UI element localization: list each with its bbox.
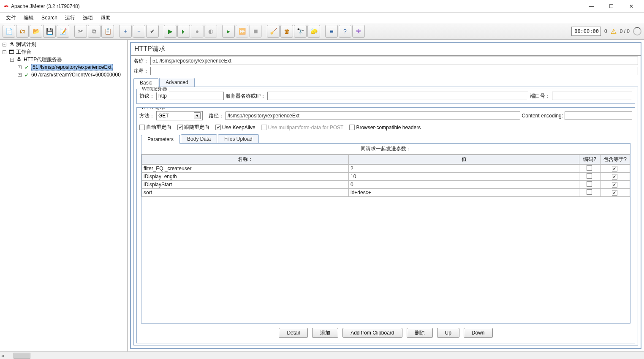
add-button[interactable]: 添加 bbox=[312, 328, 338, 338]
detail-button[interactable]: Detail bbox=[279, 328, 308, 338]
cell-name[interactable]: iDisplayLength bbox=[142, 173, 349, 181]
web-server-legend: Web服务器 bbox=[140, 87, 169, 92]
table-row[interactable]: iDisplayLength10✔ bbox=[142, 173, 630, 181]
col-name[interactable]: 名称： bbox=[142, 155, 349, 164]
name-input[interactable] bbox=[150, 57, 638, 65]
remote-start-icon[interactable]: ▸ bbox=[222, 25, 235, 38]
expand-icon[interactable]: ＋ bbox=[119, 25, 132, 38]
clear-all-icon[interactable]: 🗑 bbox=[280, 25, 293, 38]
tab-basic[interactable]: Basic bbox=[133, 78, 158, 87]
copy-icon[interactable]: ⧉ bbox=[88, 25, 101, 38]
warning-icon[interactable]: ⚠ bbox=[611, 27, 617, 35]
down-button[interactable]: Down bbox=[464, 328, 493, 338]
menu-file[interactable]: 文件 bbox=[3, 13, 19, 23]
cell-value[interactable]: 2 bbox=[349, 165, 579, 173]
path-label: 路径： bbox=[209, 112, 224, 120]
tree-toggle-icon[interactable]: – bbox=[3, 43, 6, 46]
toggle-icon[interactable]: ✔ bbox=[146, 25, 159, 38]
col-encode[interactable]: 编码? bbox=[579, 155, 601, 164]
paste-icon[interactable]: 📋 bbox=[101, 25, 114, 38]
chk-follow-redirect[interactable]: ✔跟随重定向 bbox=[177, 124, 209, 131]
start-icon[interactable]: ▶ bbox=[164, 25, 177, 38]
tab-files-upload[interactable]: Files Upload bbox=[218, 134, 259, 143]
menu-run[interactable]: 运行 bbox=[62, 13, 79, 23]
tree-sampler-51[interactable]: + ➹ 51 /lsmsp/repository/experienceExt bbox=[0, 63, 127, 71]
function-helper-icon[interactable]: ≡ bbox=[325, 25, 338, 38]
path-input[interactable] bbox=[226, 112, 520, 120]
shutdown-icon[interactable]: ◐ bbox=[204, 25, 217, 38]
close-button[interactable]: ✕ bbox=[622, 0, 641, 12]
cell-encode[interactable] bbox=[579, 173, 601, 181]
tree-workbench[interactable]: – 🗔 工作台 bbox=[0, 48, 127, 56]
tree-toggle-icon[interactable]: + bbox=[18, 73, 22, 77]
table-row[interactable]: sortid+desc+✔ bbox=[142, 189, 630, 197]
cell-encode[interactable] bbox=[579, 181, 601, 189]
cell-include[interactable]: ✔ bbox=[601, 181, 630, 189]
cell-value[interactable]: id+desc+ bbox=[349, 189, 579, 197]
remote-start-all-icon[interactable]: ⏩ bbox=[236, 25, 248, 38]
search-icon[interactable]: 🔭 bbox=[294, 25, 307, 38]
chk-browser-compat[interactable]: Browser-compatible headers bbox=[349, 125, 421, 131]
tab-parameters[interactable]: Parameters bbox=[141, 135, 180, 144]
reset-search-icon[interactable]: 🧽 bbox=[307, 25, 320, 38]
scroll-left-icon[interactable]: ◂ bbox=[0, 353, 5, 359]
menu-options[interactable]: 选项 bbox=[79, 13, 96, 23]
tree-proxy[interactable]: – 🖧 HTTP代理服务器 bbox=[0, 56, 127, 63]
scroll-thumb[interactable] bbox=[14, 353, 30, 359]
about-icon[interactable]: ❀ bbox=[352, 25, 365, 38]
cut-icon[interactable]: ✂ bbox=[74, 25, 87, 38]
col-include[interactable]: 包含等于? bbox=[601, 155, 630, 164]
help-icon[interactable]: ? bbox=[339, 25, 351, 38]
save-as-icon[interactable]: 📝 bbox=[57, 25, 69, 38]
tab-advanced[interactable]: Advanced bbox=[159, 78, 194, 87]
collapse-icon[interactable]: － bbox=[133, 25, 145, 38]
tree-toggle-icon[interactable]: + bbox=[18, 65, 22, 69]
port-input[interactable] bbox=[552, 92, 632, 100]
server-input[interactable] bbox=[267, 92, 528, 100]
minimize-button[interactable]: — bbox=[582, 0, 601, 12]
cell-encode[interactable] bbox=[579, 165, 601, 173]
tree-test-plan[interactable]: – ⚗ 测试计划 bbox=[0, 41, 127, 48]
encoding-input[interactable] bbox=[565, 112, 632, 120]
stop-icon[interactable]: ● bbox=[191, 25, 204, 38]
cell-include[interactable]: ✔ bbox=[601, 165, 630, 173]
delete-button[interactable]: 删除 bbox=[407, 328, 433, 338]
up-button[interactable]: Up bbox=[437, 328, 459, 338]
test-plan-tree[interactable]: – ⚗ 测试计划 – 🗔 工作台 – 🖧 HTTP代理服务器 + ➹ 51 /l… bbox=[0, 40, 128, 351]
chk-keepalive[interactable]: ✔Use KeepAlive bbox=[215, 125, 255, 131]
tree-toggle-icon[interactable]: – bbox=[10, 58, 14, 62]
save-icon[interactable]: 💾 bbox=[43, 25, 56, 38]
tree-label: 工作台 bbox=[16, 49, 31, 56]
remote-stop-icon[interactable]: ⏹ bbox=[249, 25, 262, 38]
method-select[interactable]: GET ▼ bbox=[156, 111, 203, 120]
comment-input[interactable] bbox=[150, 67, 638, 75]
new-icon[interactable]: 📄 bbox=[3, 25, 15, 38]
start-no-timers-icon[interactable]: ⏵ bbox=[177, 25, 190, 38]
cell-encode[interactable] bbox=[579, 189, 601, 197]
menu-search[interactable]: Search bbox=[38, 14, 61, 22]
tree-scrollbar[interactable]: ◂ bbox=[0, 351, 644, 359]
chk-auto-redirect[interactable]: 自动重定向 bbox=[139, 124, 171, 131]
cell-name[interactable]: iDisplayStart bbox=[142, 181, 349, 189]
protocol-input[interactable] bbox=[156, 92, 224, 100]
menu-edit[interactable]: 编辑 bbox=[20, 13, 37, 23]
cell-value[interactable]: 10 bbox=[349, 173, 579, 181]
table-row[interactable]: iDisplayStart0✔ bbox=[142, 181, 630, 189]
templates-icon[interactable]: 🗂 bbox=[16, 25, 29, 38]
clear-icon[interactable]: 🧹 bbox=[267, 25, 280, 38]
tab-body-data[interactable]: Body Data bbox=[181, 134, 217, 143]
cell-include[interactable]: ✔ bbox=[601, 189, 630, 197]
maximize-button[interactable]: ☐ bbox=[602, 0, 621, 12]
tree-sampler-60[interactable]: + ➹ 60 /crash/stream?ClientVer=600000000 bbox=[0, 71, 127, 79]
cell-name[interactable]: sort bbox=[142, 189, 349, 197]
add-clipboard-button[interactable]: Add from Clipboard bbox=[342, 328, 402, 338]
col-value[interactable]: 值 bbox=[349, 155, 579, 164]
menu-help[interactable]: 帮助 bbox=[97, 13, 114, 23]
cell-value[interactable]: 0 bbox=[349, 181, 579, 189]
open-icon[interactable]: 📂 bbox=[30, 25, 42, 38]
tree-toggle-icon[interactable]: – bbox=[3, 50, 6, 54]
main-panel: HTTP请求 名称： 注释： Basic Advanced Web服务器 协议： bbox=[128, 40, 644, 351]
table-row[interactable]: filter_EQI_createuser2✔ bbox=[142, 165, 630, 173]
cell-name[interactable]: filter_EQI_createuser bbox=[142, 165, 349, 173]
cell-include[interactable]: ✔ bbox=[601, 173, 630, 181]
